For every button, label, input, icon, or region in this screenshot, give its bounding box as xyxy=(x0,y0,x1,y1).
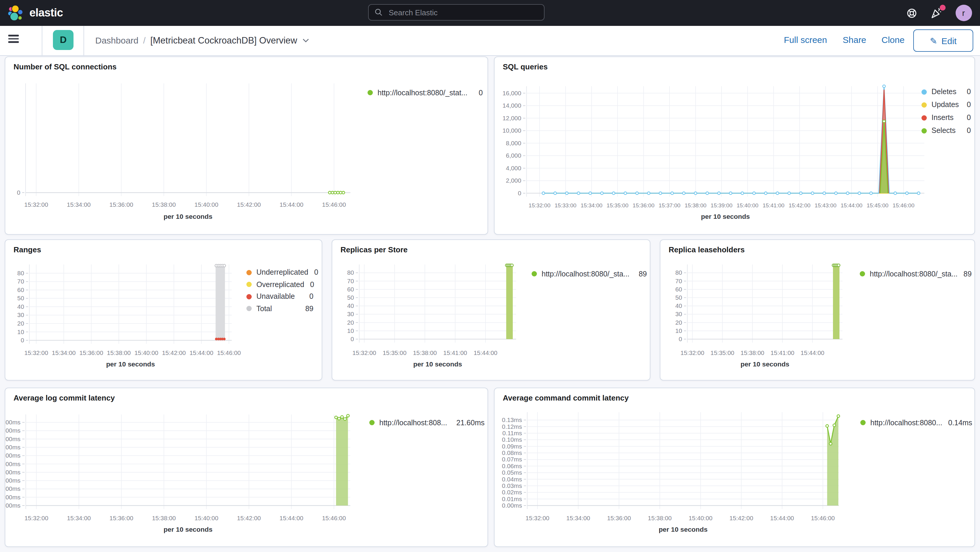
legend-item[interactable]: http://localhost:808... 21.60ms xyxy=(369,417,485,429)
chart-sql-connections[interactable]: 15:32:0015:34:0015:36:0015:38:0015:40:00… xyxy=(5,57,487,234)
svg-text:15:40:00: 15:40:00 xyxy=(737,202,758,208)
svg-text:15:38:00: 15:38:00 xyxy=(648,515,671,522)
chart-command-commit-latency[interactable]: 15:32:0015:34:0015:36:0015:38:0015:40:00… xyxy=(495,388,974,546)
legend-item[interactable]: http://localhost:8080... 0.14ms xyxy=(860,417,972,429)
svg-text:15:32:00: 15:32:00 xyxy=(352,349,376,356)
chevron-down-icon[interactable] xyxy=(302,38,310,43)
svg-text:14,000: 14,000 xyxy=(503,102,521,109)
menu-icon[interactable] xyxy=(8,35,19,43)
help-icon[interactable] xyxy=(906,7,918,19)
svg-text:0.06ms: 0.06ms xyxy=(502,463,522,469)
svg-text:16,000: 16,000 xyxy=(503,90,521,97)
legend-value: 0 xyxy=(961,113,971,122)
legend-dot xyxy=(921,128,927,133)
svg-text:15:42:00: 15:42:00 xyxy=(730,515,753,522)
svg-text:15:44:00: 15:44:00 xyxy=(280,515,304,522)
svg-text:40: 40 xyxy=(675,302,682,309)
svg-text:30: 30 xyxy=(675,310,682,317)
full-screen-button[interactable]: Full screen xyxy=(784,35,827,45)
chart-log-commit-latency[interactable]: 15:32:0015:34:0015:36:0015:38:0015:40:00… xyxy=(5,388,487,546)
legend-item[interactable]: Unavailable 0 xyxy=(247,291,313,302)
panel-title: Ranges xyxy=(5,240,322,254)
svg-text:15:41:00: 15:41:00 xyxy=(763,202,784,208)
svg-text:15:38:00: 15:38:00 xyxy=(107,349,131,356)
svg-text:15:34:00: 15:34:00 xyxy=(581,202,603,208)
svg-text:15:32:00: 15:32:00 xyxy=(24,515,48,522)
legend-item[interactable]: http://localhost:8080/_sta... 89 xyxy=(860,267,970,280)
svg-text:0.08ms: 0.08ms xyxy=(502,449,522,456)
svg-text:15:46:00: 15:46:00 xyxy=(322,201,346,208)
svg-text:70: 70 xyxy=(18,278,24,285)
svg-text:per 10 seconds: per 10 seconds xyxy=(741,360,789,368)
svg-text:0.00ms: 0.00ms xyxy=(502,502,522,509)
legend-dot xyxy=(369,420,375,425)
svg-text:15:36:00: 15:36:00 xyxy=(110,515,133,522)
svg-text:0.00ms: 0.00ms xyxy=(5,502,21,509)
legend-item[interactable]: Inserts 0 xyxy=(921,111,971,124)
svg-text:15:32:00: 15:32:00 xyxy=(680,349,704,356)
legend-value: 0 xyxy=(961,87,971,96)
newsfeed-icon[interactable] xyxy=(931,7,942,19)
svg-text:0.01ms: 0.01ms xyxy=(502,496,522,502)
svg-text:15:32:00: 15:32:00 xyxy=(24,349,48,356)
svg-text:15:35:00: 15:35:00 xyxy=(606,202,628,208)
panel-title: Number of SQL connections xyxy=(5,57,487,71)
svg-text:0.13ms: 0.13ms xyxy=(502,417,522,423)
avatar[interactable]: r xyxy=(955,5,972,21)
legend-item[interactable]: Overreplicated 0 xyxy=(247,278,313,291)
legend-item[interactable]: Selects 0 xyxy=(921,124,971,137)
svg-text:10: 10 xyxy=(347,327,354,334)
svg-text:15:46:00: 15:46:00 xyxy=(892,202,915,208)
chart-legend: http://localhost:8080/_stat... 0 xyxy=(368,86,483,99)
svg-text:15:44:00: 15:44:00 xyxy=(280,201,304,208)
legend-item[interactable]: Total 89 xyxy=(247,302,313,315)
chart-replica-leaseholders[interactable]: 15:32:0015:35:0015:38:0015:41:0015:44:00… xyxy=(660,240,974,380)
svg-text:0.10ms: 0.10ms xyxy=(502,436,522,443)
share-button[interactable]: Share xyxy=(843,35,866,45)
panel-replicas-per-store: 15:32:0015:35:0015:38:0015:41:0015:44:00… xyxy=(332,239,651,380)
svg-text:15:44:00: 15:44:00 xyxy=(474,349,498,356)
svg-text:15:40:00: 15:40:00 xyxy=(194,201,218,208)
legend-dot xyxy=(368,90,373,95)
chart-replicas-per-store[interactable]: 15:32:0015:35:0015:38:0015:41:0015:44:00… xyxy=(332,240,650,380)
svg-text:15:40:00: 15:40:00 xyxy=(689,515,713,522)
svg-text:60: 60 xyxy=(347,286,354,293)
legend-item[interactable]: Deletes 0 xyxy=(921,85,971,98)
svg-text:2.00ms: 2.00ms xyxy=(5,494,21,501)
legend-item[interactable]: Updates 0 xyxy=(921,98,971,111)
legend-item[interactable]: http://localhost:8080/_stat... 0 xyxy=(368,86,483,99)
global-search[interactable] xyxy=(368,4,544,21)
legend-dot xyxy=(531,271,537,277)
svg-text:15:46:00: 15:46:00 xyxy=(811,515,835,522)
chart-sql-queries[interactable]: 15:32:0015:33:0015:34:0015:35:0015:36:00… xyxy=(495,57,974,234)
clone-button[interactable]: Clone xyxy=(881,35,904,45)
svg-text:15:32:00: 15:32:00 xyxy=(525,515,549,522)
svg-text:10: 10 xyxy=(18,328,24,335)
svg-text:15:44:00: 15:44:00 xyxy=(841,202,862,208)
svg-text:15:45:00: 15:45:00 xyxy=(867,202,888,208)
breadcrumb-dashboard-link[interactable]: Dashboard xyxy=(95,36,138,46)
legend-label: Inserts xyxy=(931,113,953,122)
global-header: elastic xyxy=(0,0,980,26)
legend-label: Unavailable xyxy=(256,293,295,301)
legend-value: 0.14ms xyxy=(942,418,972,427)
search-input[interactable] xyxy=(388,7,538,17)
chart-legend: http://localhost:8080... 0.14ms xyxy=(860,417,972,429)
panel-command-commit-latency: 15:32:0015:34:0015:36:0015:38:0015:40:00… xyxy=(494,388,975,547)
svg-text:0.03ms: 0.03ms xyxy=(502,482,522,489)
svg-text:60: 60 xyxy=(675,286,682,293)
svg-text:50: 50 xyxy=(675,294,682,301)
legend-item[interactable]: Underreplicated 0 xyxy=(247,266,313,278)
svg-text:15:33:00: 15:33:00 xyxy=(555,202,576,208)
svg-text:15:36:00: 15:36:00 xyxy=(633,202,654,208)
svg-text:per 10 seconds: per 10 seconds xyxy=(701,213,750,220)
elastic-brand[interactable]: elastic xyxy=(7,4,63,22)
search-icon xyxy=(375,8,383,16)
chart-legend: http://localhost:8080/_sta... 89 xyxy=(531,267,647,280)
legend-item[interactable]: http://localhost:8080/_sta... 89 xyxy=(531,267,647,280)
divider xyxy=(42,26,42,55)
dashboard-app-badge[interactable]: D xyxy=(53,30,73,50)
svg-text:15:44:00: 15:44:00 xyxy=(190,349,213,356)
edit-button[interactable]: ✎ Edit xyxy=(913,29,973,52)
panel-replica-leaseholders: 15:32:0015:35:0015:38:0015:41:0015:44:00… xyxy=(660,239,975,380)
